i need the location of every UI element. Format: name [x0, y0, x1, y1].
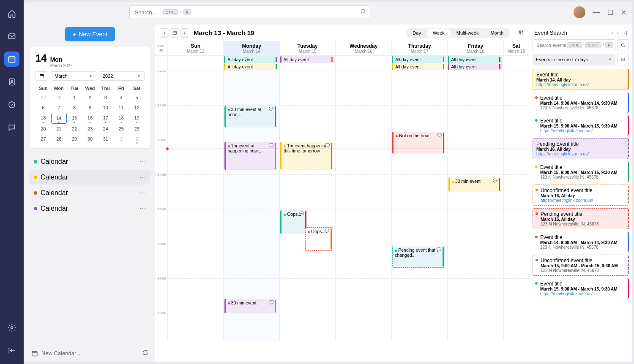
- hour-cell[interactable]: [279, 313, 335, 341]
- allday-cell[interactable]: [167, 56, 223, 71]
- calendar-event[interactable]: 1hr event at happening now... 💬: [224, 142, 277, 170]
- hour-cell[interactable]: [335, 279, 391, 313]
- avatar[interactable]: [574, 6, 585, 18]
- hour-cell[interactable]: [279, 279, 335, 313]
- hour-cell[interactable]: [447, 140, 503, 174]
- calendar-list-item[interactable]: Calendar ⋯: [30, 185, 150, 200]
- search-result-event[interactable]: Event titleMarch 14, 9:00 AM - March 14,…: [533, 232, 629, 252]
- hour-cell[interactable]: [335, 209, 391, 244]
- hour-cell[interactable]: [223, 71, 279, 105]
- close-icon[interactable]: ✕: [621, 8, 626, 16]
- view-option-multi-week[interactable]: Multi-week: [451, 29, 485, 37]
- mini-day[interactable]: 4: [113, 92, 129, 103]
- nav-chat[interactable]: [4, 120, 19, 135]
- search-result-event[interactable]: Event titleMarch 15, 9:00 AM - March 15,…: [533, 115, 629, 136]
- mini-day[interactable]: 28: [51, 92, 67, 103]
- sync-icon[interactable]: [142, 349, 149, 357]
- mini-day[interactable]: 31: [98, 134, 113, 144]
- mini-day[interactable]: 18: [113, 113, 129, 124]
- mini-day[interactable]: 27: [36, 134, 51, 144]
- hour-cell[interactable]: [447, 279, 503, 313]
- search-result-event[interactable]: Event titleMarch 14, 9:00 AM - March 14,…: [533, 92, 629, 113]
- mini-day[interactable]: 28: [51, 134, 67, 144]
- allday-cell[interactable]: [335, 56, 391, 71]
- hour-cell[interactable]: [503, 140, 529, 174]
- allday-event[interactable]: All day event: [280, 56, 335, 63]
- nav-settings[interactable]: [4, 320, 19, 335]
- filter-settings-button[interactable]: [617, 54, 629, 65]
- search-icon[interactable]: [360, 8, 366, 16]
- day-header[interactable]: SatMarch 19: [503, 41, 529, 55]
- hour-cell[interactable]: [503, 209, 529, 244]
- new-calendar-link[interactable]: New Calendar...: [41, 350, 81, 356]
- nav-contacts[interactable]: [4, 74, 19, 90]
- hour-cell[interactable]: [167, 106, 223, 140]
- hour-cell[interactable]: [447, 244, 503, 278]
- new-event-button[interactable]: + New Event: [65, 27, 115, 41]
- search-result-event[interactable]: Unconfirmed event titleMarch 16, All day…: [533, 185, 629, 206]
- search-button[interactable]: [617, 39, 629, 51]
- allday-cell[interactable]: All day eventAll day event: [223, 56, 279, 71]
- today-button[interactable]: [170, 28, 179, 38]
- hour-cell[interactable]: [447, 209, 503, 244]
- calendar-list-item[interactable]: Calendar ⋯: [30, 201, 150, 216]
- calendar-event[interactable]: Not on the hour 💬: [392, 132, 445, 154]
- hour-cell[interactable]: [335, 106, 391, 140]
- prev-button[interactable]: ‹: [160, 28, 169, 38]
- mini-day[interactable]: 9: [82, 103, 98, 113]
- hour-cell[interactable]: [223, 209, 279, 244]
- calendar-event[interactable]: Oops... 💬: [280, 210, 307, 234]
- mini-day[interactable]: 19: [129, 113, 145, 124]
- hour-cell[interactable]: [503, 244, 529, 278]
- calendar-event[interactable]: 1hr event happening this time tomorrow 💬: [280, 142, 333, 170]
- day-header[interactable]: SunMarch 13: [167, 41, 223, 55]
- mini-day[interactable]: 15: [67, 113, 82, 124]
- hour-cell[interactable]: [167, 209, 223, 244]
- hour-cell[interactable]: [503, 106, 529, 140]
- view-option-week[interactable]: Week: [427, 29, 451, 37]
- hour-cell[interactable]: [391, 279, 447, 313]
- year-select[interactable]: 2022▼: [99, 71, 145, 81]
- hour-cell[interactable]: [447, 313, 503, 341]
- mini-day[interactable]: 24: [98, 124, 113, 134]
- calendar-event[interactable]: 30 min event at noon... 💬: [224, 106, 277, 128]
- allday-event[interactable]: All day event: [224, 63, 279, 70]
- hour-cell[interactable]: [391, 71, 447, 105]
- mini-day[interactable]: 2: [129, 134, 145, 144]
- hour-cell[interactable]: [335, 175, 391, 209]
- mini-day[interactable]: 21: [51, 124, 67, 134]
- hour-cell[interactable]: [335, 71, 391, 105]
- allday-cell[interactable]: All day eventAll day event: [391, 56, 447, 71]
- mini-day[interactable]: 16: [82, 113, 98, 124]
- mini-day[interactable]: 30: [82, 134, 98, 144]
- filter-icon[interactable]: [518, 29, 524, 37]
- more-icon[interactable]: ⋯: [139, 158, 146, 166]
- hour-cell[interactable]: [503, 71, 529, 105]
- hour-cell[interactable]: [167, 140, 223, 174]
- mini-day[interactable]: 3: [98, 92, 113, 103]
- mini-day[interactable]: 17: [98, 113, 113, 124]
- calendar-event[interactable]: Oops... 💬: [305, 227, 333, 251]
- calendar-list-item[interactable]: Calendar ⋯: [30, 154, 150, 169]
- mini-day[interactable]: 22: [67, 124, 82, 134]
- search-result-event[interactable]: Event titleMarch 14, All dayhttps://meet…: [533, 69, 629, 90]
- nav-mail[interactable]: [4, 29, 19, 44]
- hour-cell[interactable]: [391, 313, 447, 341]
- hour-cell[interactable]: [223, 175, 279, 209]
- hour-grid[interactable]: 11:0012:0013:0014:0015:0016:0017:0018:00…: [155, 71, 529, 341]
- calendar-event[interactable]: Pending event that changed... 💬: [392, 246, 445, 268]
- view-option-month[interactable]: Month: [484, 29, 509, 37]
- search-result-event[interactable]: Pending Event titleMarch 16, All dayhttp…: [533, 138, 629, 159]
- hour-cell[interactable]: [503, 313, 529, 341]
- view-option-day[interactable]: Day: [407, 29, 427, 37]
- mini-day[interactable]: 12: [129, 103, 145, 113]
- hour-cell[interactable]: [391, 175, 447, 209]
- hour-cell[interactable]: [167, 279, 223, 313]
- mini-day[interactable]: 20: [36, 124, 51, 134]
- nav-tasks[interactable]: [4, 97, 19, 112]
- search-result-event[interactable]: Event titleMarch 15, 9:00 AM - March 15,…: [533, 278, 629, 299]
- maximize-icon[interactable]: ☐: [607, 8, 613, 16]
- hour-cell[interactable]: [503, 175, 529, 209]
- search-result-event[interactable]: Unconfirmed event titleMarch 15, 9:00 AM…: [533, 255, 629, 276]
- mini-day[interactable]: 14: [51, 113, 67, 124]
